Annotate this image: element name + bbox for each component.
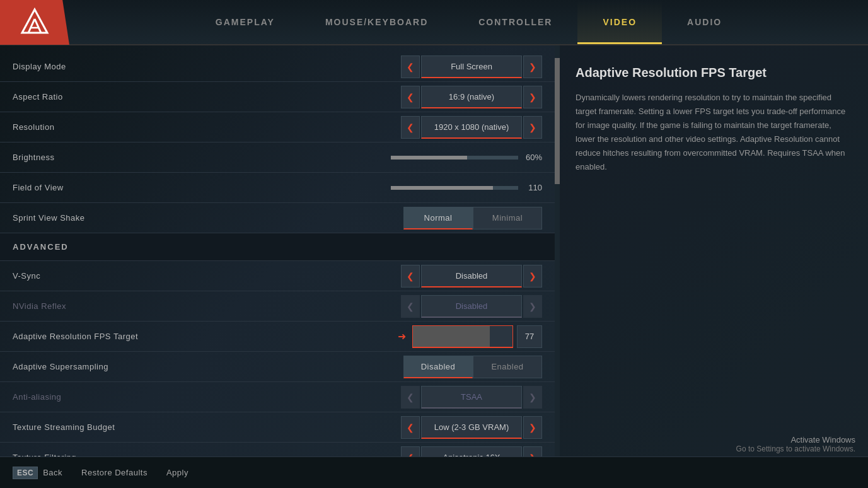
scrollbar[interactable] [555, 45, 560, 456]
tab-video[interactable]: VIDEO [577, 0, 662, 44]
adaptive-fps-label: Adaptive Resolution FPS Target [13, 332, 398, 341]
sprint-view-shake-toggle: Normal Minimal [403, 207, 542, 229]
display-mode-control: ❮ Full Screen ❯ [401, 55, 542, 78]
bottom-bar: ESC Back Restore Defaults Apply [0, 456, 868, 488]
resolution-control: ❮ 1920 x 1080 (native) ❯ [401, 116, 542, 139]
fov-slider-track[interactable] [391, 186, 518, 190]
fov-value: 110 [523, 183, 542, 192]
nav-tabs: GAMEPLAY MOUSE/KEYBOARD CONTROLLER VIDEO… [69, 0, 868, 44]
scrollbar-thumb[interactable] [555, 58, 560, 184]
texture-streaming-left-arrow[interactable]: ❮ [401, 416, 420, 439]
anti-aliasing-value: TSAA [421, 386, 522, 409]
resolution-value: 1920 x 1080 (native) [421, 116, 522, 139]
brightness-row: Brightness 60% [0, 142, 555, 173]
fov-slider-container: 110 [391, 183, 542, 192]
display-mode-row: Display Mode ❮ Full Screen ❯ [0, 52, 555, 82]
restore-defaults-button[interactable]: Restore Defaults [81, 468, 148, 477]
tab-mouse-keyboard[interactable]: MOUSE/KEYBOARD [300, 0, 453, 44]
nvidia-reflex-control: ❮ Disabled ❯ [401, 295, 542, 318]
settings-panel: Display Mode ❮ Full Screen ❯ Aspect Rati… [0, 45, 555, 456]
brightness-slider-fill [391, 156, 467, 160]
resolution-left-arrow[interactable]: ❮ [401, 116, 420, 139]
supersampling-enabled-btn[interactable]: Enabled [473, 356, 542, 378]
tab-audio[interactable]: AUDIO [662, 0, 747, 44]
vsync-label: V-Sync [13, 271, 401, 281]
vsync-value: Disabled [421, 265, 522, 288]
advanced-header-text: ADVANCED [13, 242, 69, 252]
back-button[interactable]: ESC Back [13, 467, 62, 479]
aspect-ratio-right-arrow[interactable]: ❯ [523, 86, 542, 108]
texture-streaming-control: ❮ Low (2-3 GB VRAM) ❯ [401, 416, 542, 439]
vsync-left-arrow[interactable]: ❮ [401, 265, 420, 288]
brightness-control: 60% [391, 153, 542, 162]
anti-aliasing-row: Anti-aliasing ❮ TSAA ❯ [0, 382, 555, 412]
texture-streaming-value: Low (2-3 GB VRAM) [421, 416, 522, 439]
adaptive-fps-control: ➜ 77 [398, 325, 542, 348]
adaptive-supersampling-control: Disabled Enabled [403, 356, 542, 378]
texture-filtering-right-arrow[interactable]: ❯ [523, 446, 542, 457]
aspect-ratio-left-arrow[interactable]: ❮ [401, 86, 420, 108]
info-panel-text: Dynamically lowers rendering resolution … [576, 91, 852, 175]
texture-filtering-control: ❮ Anisotropic 16X ❯ [401, 446, 542, 457]
windows-notice: Activate Windows Go to Settings to activ… [736, 435, 855, 453]
aspect-ratio-control: ❮ 16:9 (native) ❯ [401, 86, 542, 108]
vsync-control: ❮ Disabled ❯ [401, 265, 542, 288]
fov-row: Field of View 110 [0, 173, 555, 203]
brightness-slider-container: 60% [391, 153, 542, 162]
nvidia-reflex-left-arrow[interactable]: ❮ [401, 295, 420, 318]
anti-aliasing-left-arrow[interactable]: ❮ [401, 386, 420, 409]
anti-aliasing-control: ❮ TSAA ❯ [401, 386, 542, 409]
display-mode-right-arrow[interactable]: ❯ [523, 55, 542, 78]
nvidia-reflex-right-arrow[interactable]: ❯ [523, 295, 542, 318]
adaptive-fps-value: 77 [517, 325, 542, 348]
fov-slider-fill [391, 186, 493, 190]
back-label: Back [43, 468, 62, 477]
sprint-normal-btn[interactable]: Normal [403, 207, 473, 229]
fps-target-arrow-indicator: ➜ [398, 330, 406, 342]
adaptive-fps-slider[interactable] [412, 325, 513, 348]
windows-notice-title: Activate Windows [736, 435, 855, 444]
resolution-label: Resolution [13, 122, 401, 132]
adaptive-fps-fill [413, 326, 490, 347]
windows-notice-subtitle: Go to Settings to activate Windows. [736, 444, 855, 453]
nvidia-reflex-label: NVidia Reflex [13, 301, 401, 311]
fov-control: 110 [391, 183, 542, 192]
aspect-ratio-row: Aspect Ratio ❮ 16:9 (native) ❯ [0, 82, 555, 112]
texture-filtering-left-arrow[interactable]: ❮ [401, 446, 420, 457]
sprint-minimal-btn[interactable]: Minimal [473, 207, 542, 229]
adaptive-supersampling-row: Adaptive Supersampling Disabled Enabled [0, 352, 555, 382]
adaptive-fps-row: Adaptive Resolution FPS Target ➜ 77 [0, 322, 555, 352]
sprint-view-shake-label: Sprint View Shake [13, 213, 403, 223]
info-panel-title: Adaptive Resolution FPS Target [576, 64, 852, 81]
texture-streaming-right-arrow[interactable]: ❯ [523, 416, 542, 439]
display-mode-label: Display Mode [13, 62, 401, 71]
advanced-section-header: ADVANCED [0, 233, 555, 261]
main-content: Display Mode ❮ Full Screen ❯ Aspect Rati… [0, 45, 868, 456]
brightness-label: Brightness [13, 153, 391, 162]
supersampling-disabled-btn[interactable]: Disabled [403, 356, 473, 378]
top-navigation: GAMEPLAY MOUSE/KEYBOARD CONTROLLER VIDEO… [0, 0, 868, 45]
adaptive-supersampling-label: Adaptive Supersampling [13, 362, 403, 371]
apply-button[interactable]: Apply [166, 468, 188, 477]
vsync-row: V-Sync ❮ Disabled ❯ [0, 261, 555, 291]
resolution-row: Resolution ❮ 1920 x 1080 (native) ❯ [0, 112, 555, 142]
tab-gameplay[interactable]: GAMEPLAY [190, 0, 300, 44]
nvidia-reflex-value: Disabled [421, 295, 522, 318]
apex-logo-icon [19, 6, 50, 38]
nvidia-reflex-row: NVidia Reflex ❮ Disabled ❯ [0, 291, 555, 322]
anti-aliasing-label: Anti-aliasing [13, 392, 401, 402]
sprint-view-shake-control: Normal Minimal [403, 207, 542, 229]
resolution-right-arrow[interactable]: ❯ [523, 116, 542, 139]
brightness-slider-track[interactable] [391, 156, 518, 160]
texture-filtering-value: Anisotropic 16X [421, 446, 522, 457]
brightness-value: 60% [523, 153, 542, 162]
vsync-right-arrow[interactable]: ❯ [523, 265, 542, 288]
texture-filtering-row: Texture Filtering ❮ Anisotropic 16X ❯ [0, 443, 555, 456]
adaptive-supersampling-toggle: Disabled Enabled [403, 356, 542, 378]
esc-badge: ESC [13, 467, 38, 479]
anti-aliasing-right-arrow[interactable]: ❯ [523, 386, 542, 409]
texture-streaming-row: Texture Streaming Budget ❮ Low (2-3 GB V… [0, 412, 555, 443]
sprint-view-shake-row: Sprint View Shake Normal Minimal [0, 203, 555, 233]
display-mode-left-arrow[interactable]: ❮ [401, 55, 420, 78]
tab-controller[interactable]: CONTROLLER [453, 0, 577, 44]
